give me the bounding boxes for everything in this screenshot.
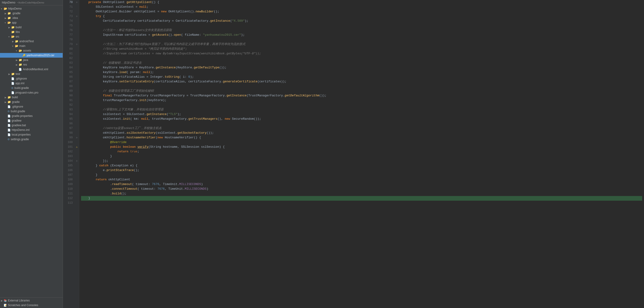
gutter-95	[74, 117, 79, 121]
tree-item-httpsdemo-iml[interactable]: 📄httpsDemo.iml	[0, 128, 63, 132]
gutter-83	[74, 61, 79, 65]
file-tree: ▾📂httpsDemo▶📁.gradle▶📁.idea▾📂app▶📁build📁…	[0, 5, 63, 297]
code-line-72: OkHttpClient.Builder okhttpClient = new …	[81, 9, 642, 14]
code-editor: 7071727374757677787980818283848586878889…	[63, 0, 644, 308]
project-path: ~/kotlinCode/httpsDemo	[17, 1, 44, 4]
gutter-89	[74, 89, 79, 93]
project-title: httpsDemo	[2, 1, 16, 4]
line-num-113: 113	[63, 201, 73, 205]
tree-item-buildgradle-root[interactable]: ⚙build.gradle	[0, 109, 63, 114]
tree-item-androidmanifest-file[interactable]: 📄AndroidManifest.xml	[0, 67, 63, 72]
code-line-84: KeyStore keyStore = KeyStore.getInstance…	[81, 65, 642, 70]
code-line-75	[81, 23, 642, 28]
line-num-82: 82	[63, 56, 73, 61]
tree-item-gradle-root-folder[interactable]: ▶📁gradle	[0, 100, 63, 104]
code-line-85: keyStore.load( param: null);	[81, 70, 642, 75]
tree-item-app-folder[interactable]: ▾📂app	[0, 20, 63, 25]
tree-item-main-folder[interactable]: ▾📂main	[0, 44, 63, 48]
tree-item-assets-folder[interactable]: ▾📂assets	[0, 48, 63, 53]
code-line-73: try {	[81, 14, 642, 19]
code-line-102: return true;	[81, 149, 642, 154]
tree-item-gradlew-file[interactable]: 📄gradlew	[0, 118, 63, 123]
external-libraries-item[interactable]: ▶ 📚 External Libraries	[0, 298, 63, 303]
tree-item-proguard-file[interactable]: 📄proguard-rules.pro	[0, 90, 63, 95]
line-num-87: 87	[63, 79, 73, 84]
tree-item-idea-folder[interactable]: ▶📁.idea	[0, 16, 63, 20]
line-num-72: 72	[63, 9, 73, 14]
line-num-76: 76	[63, 28, 73, 33]
tree-item-settings-gradle[interactable]: ⚙settings.gradle	[0, 137, 63, 142]
tree-item-androidTest-folder[interactable]: ▶📁androidTest	[0, 39, 63, 44]
gutter-105	[74, 163, 79, 168]
sidebar-bottom: ▶ 📚 External Libraries ▶ 📝 Scratches and…	[0, 297, 63, 308]
line-num-110: 110	[63, 187, 73, 191]
code-line-94: sslContext = SSLContext.getInstance("TLS…	[81, 112, 642, 117]
tree-item-src-folder[interactable]: ▾📂src	[0, 34, 63, 39]
tree-item-gradlew-bat[interactable]: 📄gradlew.bat	[0, 123, 63, 128]
tree-item-libs-folder[interactable]: 📁libs	[0, 30, 63, 34]
gutter-82	[74, 56, 79, 61]
tree-item-yanhuomatou-file[interactable]: 🔑yanhuomatou2015.cer	[0, 53, 63, 58]
line-num-90: 90	[63, 93, 73, 98]
line-num-71: 71	[63, 5, 73, 9]
line-num-74: 74	[63, 19, 73, 23]
line-num-85: 85	[63, 70, 73, 75]
tree-item-build-root-folder[interactable]: ▶📁build	[0, 95, 63, 100]
line-num-96: 96	[63, 121, 73, 126]
gutter-90	[74, 93, 79, 98]
gutter-100	[74, 140, 79, 145]
gutter-81	[74, 51, 79, 56]
line-num-80: 80	[63, 47, 73, 51]
gutter-92	[74, 103, 79, 107]
code-line-83: // 创建秘钥，添加证书进去	[81, 61, 642, 65]
gutter-110	[74, 187, 79, 191]
tree-item-test-folder[interactable]: ▶📁test	[0, 72, 63, 76]
code-line-80: //String wenzhibinBook = "拷贝证书里的内容到此处";	[81, 47, 642, 51]
gutter-103	[74, 154, 79, 159]
code-line-71: SSLContext sslContext = null;	[81, 5, 642, 9]
tree-item-java-folder[interactable]: ▶📁java	[0, 58, 63, 62]
line-num-109: 109	[63, 182, 73, 187]
tree-item-build-folder[interactable]: ▶📁build	[0, 25, 63, 30]
code-area[interactable]: private OkHttpClient getHttpsClient() { …	[79, 0, 644, 308]
tree-item-res-folder[interactable]: ▶📁res	[0, 62, 63, 67]
code-line-87: keyStore.setCertificateEntry(certificate…	[81, 79, 642, 84]
code-line-96	[81, 121, 642, 126]
tree-item-buildgradle-app[interactable]: ⚙build.gradle	[0, 86, 63, 90]
line-num-88: 88	[63, 84, 73, 89]
line-num-70: 70	[63, 0, 73, 5]
line-num-105: 105	[63, 163, 73, 168]
code-line-77: InputStream certificates = getAssets().o…	[81, 33, 642, 37]
line-num-81: 81	[63, 51, 73, 56]
gutter-93	[74, 107, 79, 112]
line-num-102: 102	[63, 149, 73, 154]
code-line-111: .build();	[81, 191, 642, 196]
code-line-95: sslContext.init( km: null, trustManagerF…	[81, 117, 642, 121]
gutter-91	[74, 98, 79, 103]
tree-item-appiml-file[interactable]: 📄app.iml	[0, 81, 63, 86]
gutter-72	[74, 9, 79, 14]
gutter-108	[74, 177, 79, 182]
gutter-75	[74, 23, 79, 28]
gutter-78	[74, 37, 79, 42]
line-num-100: 100	[63, 140, 73, 145]
gutter-73: ⊖	[74, 14, 79, 19]
gutter-107	[74, 173, 79, 177]
code-line-101: public boolean verify(String hostname, S…	[81, 145, 642, 149]
tree-item-gitignore-app[interactable]: 📄.gitignore	[0, 76, 63, 81]
code-line-82	[81, 56, 642, 61]
gutter-87	[74, 79, 79, 84]
gutter-85	[74, 70, 79, 75]
scratches-consoles-item[interactable]: ▶ 📝 Scratches and Consoles	[0, 303, 63, 307]
tree-item-httpsDemo-root[interactable]: ▾📂httpsDemo	[0, 6, 63, 11]
tree-item-gitignore-root[interactable]: 📄.gitignore	[0, 104, 63, 109]
tree-item-gradle-folder[interactable]: ▶📁.gradle	[0, 11, 63, 16]
code-line-86: String certificateAlias = Integer.toStri…	[81, 75, 642, 79]
code-line-113	[81, 201, 642, 205]
line-num-101: 101	[63, 145, 73, 149]
tree-item-local-properties[interactable]: 📄local.properties	[0, 132, 63, 137]
tree-item-gradle-properties[interactable]: 📄gradle.properties	[0, 114, 63, 118]
line-numbers: 7071727374757677787980818283848586878889…	[63, 0, 74, 308]
project-header: httpsDemo ~/kotlinCode/httpsDemo	[0, 0, 63, 5]
editor-content: 7071727374757677787980818283848586878889…	[63, 0, 644, 308]
